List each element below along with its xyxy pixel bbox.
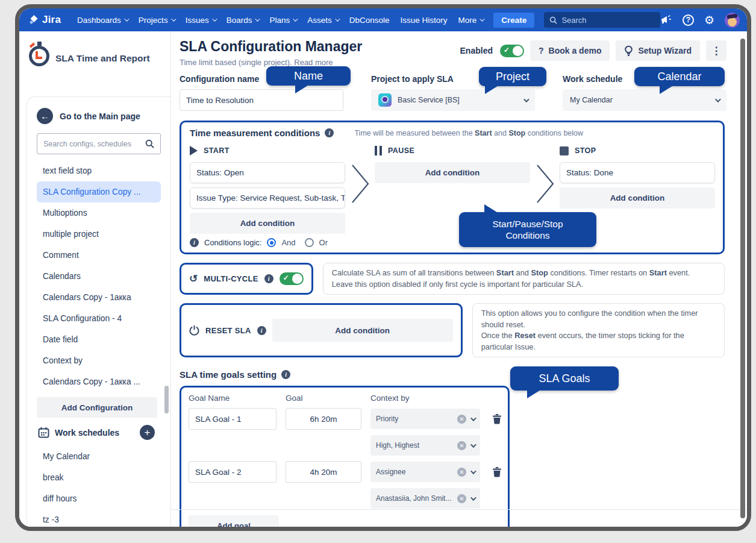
- schedule-item[interactable]: My Calendar: [37, 446, 161, 467]
- config-item[interactable]: Calendars Copy - 1акка: [37, 287, 161, 308]
- info-icon[interactable]: i: [281, 370, 290, 379]
- config-item[interactable]: text field stop: [37, 160, 161, 181]
- start-column: START Status: Open Issue Type: Service R…: [190, 143, 345, 248]
- goal-name-input[interactable]: SLA Goal - 2: [189, 461, 276, 483]
- chevron-down-icon: [715, 96, 721, 102]
- sidebar-scrollbar[interactable]: [164, 386, 169, 413]
- chevron-down-icon: [171, 16, 176, 21]
- nav-search-placeholder: Search: [561, 16, 586, 25]
- logic-or-radio[interactable]: [305, 238, 314, 247]
- config-item[interactable]: Comment: [37, 245, 161, 266]
- config-item[interactable]: Calendars: [37, 266, 161, 287]
- stop-add-condition-button[interactable]: Add condition: [560, 187, 715, 209]
- go-to-main-page[interactable]: ← Go to the Main page: [37, 108, 161, 124]
- jira-logo[interactable]: Jira: [28, 14, 61, 26]
- announcement-icon[interactable]: [660, 14, 672, 25]
- page-title: SLA Configuration Manager: [180, 39, 362, 55]
- context-by-header: Context by: [370, 394, 480, 403]
- config-item[interactable]: Context by: [37, 350, 161, 371]
- config-item[interactable]: multiple project: [37, 224, 161, 245]
- nav-item-issue-history[interactable]: Issue History: [395, 16, 453, 25]
- enabled-toggle[interactable]: ✓: [500, 45, 524, 57]
- context-select[interactable]: Priority✕: [370, 409, 480, 429]
- goal-name-input[interactable]: SLA Goal - 1: [189, 408, 276, 430]
- context-select[interactable]: Assignee✕: [370, 462, 480, 482]
- time-measurement-conditions-panel: Time measurement conditions i Time will …: [180, 121, 725, 254]
- search-icon: [145, 139, 154, 148]
- logic-and-radio[interactable]: [267, 238, 276, 247]
- stopwatch-icon: [28, 40, 53, 67]
- goal-value-input[interactable]: 6h 20m: [286, 408, 361, 430]
- delete-goal-button[interactable]: [492, 466, 502, 478]
- toggle-knob: [292, 274, 302, 284]
- work-schedule-select[interactable]: My Calendar: [563, 89, 726, 111]
- schedule-item[interactable]: My Calendar - 1: [37, 530, 161, 531]
- app-window: Jira Dashboards Projects Issues Boards P…: [15, 4, 751, 531]
- nav-item-issues[interactable]: Issues: [180, 16, 221, 25]
- nav-item-more[interactable]: More: [453, 16, 489, 25]
- multi-cycle-toggle[interactable]: ✓: [280, 272, 304, 285]
- project-select[interactable]: Basic Service [BS]: [371, 89, 535, 111]
- config-item-selected[interactable]: SLA Configuration Copy ...: [37, 181, 161, 202]
- config-item[interactable]: Date field: [37, 329, 161, 350]
- nav-item-dashboards[interactable]: Dashboards: [72, 16, 133, 25]
- clear-icon[interactable]: ✕: [457, 415, 466, 424]
- schedule-list: My Calendar break diff hours tz -3 My Ca…: [37, 446, 161, 531]
- user-avatar[interactable]: [725, 13, 740, 28]
- book-a-demo-button[interactable]: ?Book a demo: [530, 40, 610, 61]
- config-item[interactable]: SLA Configuration - 4: [37, 308, 161, 329]
- callout-name: Name: [266, 66, 351, 86]
- schedule-item[interactable]: break: [37, 467, 161, 488]
- nav-item-assets[interactable]: Assets: [302, 16, 344, 25]
- chevron-down-icon: [124, 16, 129, 21]
- context-value-select[interactable]: High, Highest✕: [370, 435, 480, 456]
- start-condition-chip[interactable]: Status: Open: [190, 162, 345, 183]
- stop-condition-chip[interactable]: Status: Done: [560, 162, 715, 183]
- main-scrollbar[interactable]: [740, 39, 745, 518]
- nav-search-input[interactable]: Search: [544, 12, 660, 28]
- config-item[interactable]: Calendars Copy - 1акка ...: [37, 371, 161, 392]
- chevron-down-icon: [335, 16, 340, 21]
- pause-add-condition-button[interactable]: Add condition: [375, 162, 530, 183]
- read-more-link[interactable]: Read more: [294, 58, 333, 67]
- multi-cycle-box: ↺ MULTI-CYCLE i ✓: [180, 263, 313, 295]
- nav-item-dbconsole[interactable]: DbConsole: [344, 16, 395, 25]
- info-icon[interactable]: i: [257, 326, 266, 335]
- setup-wizard-button[interactable]: Setup Wizard: [616, 40, 700, 61]
- help-icon[interactable]: ?: [683, 14, 694, 26]
- start-condition-chip[interactable]: Issue Type: Service Request, Sub-task, T…: [190, 187, 345, 209]
- info-icon[interactable]: i: [190, 238, 199, 247]
- nav-item-boards[interactable]: Boards: [221, 16, 264, 25]
- stop-icon: [560, 146, 569, 155]
- nav-item-plans[interactable]: Plans: [264, 16, 302, 25]
- callout-conditions: Start/Pause/Stop Conditions: [459, 212, 596, 247]
- work-schedules-header: Work schedules +: [37, 425, 161, 440]
- more-actions-button[interactable]: ⋮: [706, 40, 726, 61]
- configuration-name-input[interactable]: Time to Resolution: [180, 89, 343, 111]
- goal-value-input[interactable]: 4h 20m: [286, 461, 361, 483]
- chevron-down-icon: [470, 495, 476, 501]
- check-icon: ✓: [283, 274, 289, 282]
- settings-gear-icon[interactable]: ⚙: [704, 14, 714, 26]
- config-item[interactable]: Multioptions: [37, 202, 161, 224]
- add-schedule-button[interactable]: +: [140, 425, 155, 440]
- delete-goal-button[interactable]: [492, 413, 502, 425]
- reset-add-condition-button[interactable]: Add condition: [272, 319, 453, 342]
- info-icon[interactable]: i: [264, 274, 273, 283]
- create-button[interactable]: Create: [493, 13, 534, 28]
- nav-item-projects[interactable]: Projects: [133, 16, 180, 25]
- add-goal-button[interactable]: Add goal: [189, 515, 279, 531]
- logic-or-label: Or: [319, 238, 328, 247]
- schedule-item[interactable]: tz -3: [37, 509, 161, 530]
- configs-search-input[interactable]: Search configs, schedules: [37, 133, 161, 154]
- add-configuration-button[interactable]: Add Configuration: [37, 397, 157, 418]
- context-value-select[interactable]: Anastasiia, John Smit...✕: [370, 488, 480, 509]
- info-icon[interactable]: i: [325, 128, 334, 137]
- enabled-label: Enabled: [460, 46, 493, 55]
- clear-icon[interactable]: ✕: [457, 494, 466, 503]
- clear-icon[interactable]: ✕: [457, 441, 466, 450]
- schedule-item[interactable]: diff hours: [37, 488, 161, 509]
- lightbulb-icon: [624, 45, 633, 56]
- start-add-condition-button[interactable]: Add condition: [190, 213, 345, 234]
- clear-icon[interactable]: ✕: [457, 468, 466, 477]
